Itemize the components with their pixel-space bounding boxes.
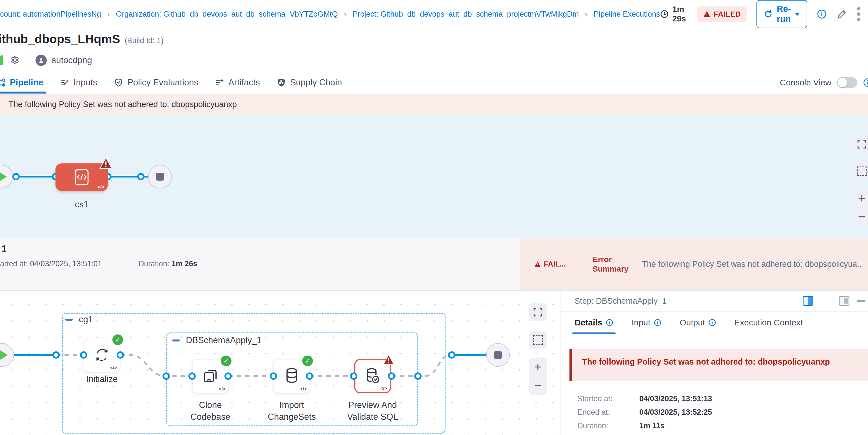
console-view-label: Console View (780, 78, 831, 87)
gear-icon[interactable] (9, 55, 20, 66)
zoom-in-button[interactable]: + (534, 359, 542, 375)
step-node-import-changesets[interactable]: ✓ </> (274, 359, 310, 393)
detail-row-duration: Duration: 1m 11s (577, 422, 665, 430)
tab-pipeline[interactable]: Pipeline (0, 71, 52, 94)
breadcrumb-separator: › (107, 10, 110, 19)
connector-port (350, 372, 358, 380)
step-label-preview-validate-sql: Preview And Validate SQL (339, 399, 406, 423)
connector-port (388, 372, 395, 380)
step-node-initialize[interactable]: ✓ </> (84, 338, 120, 372)
shield-check-icon (114, 78, 123, 87)
step-label-clone-codebase: Clone Codebase (178, 399, 243, 423)
breadcrumb-account[interactable]: count: automationPipelinesNg (0, 10, 101, 19)
policy-warning-text: The following Policy Set was not adhered… (8, 100, 237, 109)
code-icon: </> (380, 386, 387, 391)
marquee-select-button[interactable] (853, 162, 868, 180)
panel-layout-controls (803, 296, 868, 306)
zoom-out-button[interactable]: − (858, 208, 866, 225)
console-info-icon[interactable] (863, 78, 868, 87)
info-icon (708, 319, 716, 327)
breadcrumb-organization[interactable]: Organization: Github_db_devops_aut_db_sc… (116, 10, 338, 19)
info-icon (654, 319, 661, 327)
minimize-panel-button[interactable] (857, 300, 865, 302)
execution-info-button[interactable] (817, 9, 827, 19)
error-summary-text: The following Policy Set was not adhered… (642, 259, 868, 269)
stage-duration: Duration: 1m 26s (138, 259, 197, 268)
step-error-text: The following Policy Set was not adhered… (582, 357, 830, 381)
tab-artifacts[interactable]: Artifacts (207, 71, 269, 94)
edit-pipeline-button[interactable] (836, 9, 847, 20)
tab-label: Input (631, 318, 650, 328)
stage-node-label: cs1 (56, 199, 108, 210)
connector-port (306, 372, 313, 380)
step-node-preview-validate-sql[interactable]: </> (354, 359, 391, 393)
collapse-icon[interactable] (65, 319, 73, 321)
elapsed-value: 1m 29s (672, 5, 687, 23)
more-options-button[interactable] (857, 7, 861, 22)
connector-port (224, 372, 232, 380)
build-id: (Build Id: 1) (124, 36, 163, 45)
tab-label: Inputs (73, 77, 97, 88)
tab-execution-context[interactable]: Execution Context (734, 318, 803, 334)
pipeline-name: ithub_dbops_LHqmS (0, 32, 120, 45)
execution-elapsed-time: 1m 29s (660, 5, 687, 23)
rerun-button[interactable]: Re-run (756, 0, 807, 28)
triggered-by-user[interactable]: autocdpng (51, 55, 92, 65)
tab-policy-evaluations[interactable]: Policy Evaluations (105, 71, 207, 94)
detail-row-ended: Ended at: 04/03/2025, 13:52:25 (577, 408, 712, 417)
play-icon (0, 350, 8, 360)
breadcrumb: count: automationPipelinesNg › Organizat… (0, 10, 660, 19)
zoom-controls: + − (853, 189, 868, 226)
layout-right-view-button[interactable] (803, 296, 813, 306)
code-icon: </> (97, 184, 104, 190)
code-icon: </> (300, 386, 307, 392)
marquee-icon (533, 335, 543, 345)
execution-meta-row: autocdpng (0, 53, 92, 68)
console-view-toggle[interactable] (837, 77, 857, 88)
policy-warning-banner: The following Policy Set was not adhered… (0, 94, 868, 115)
tab-supply-chain[interactable]: Supply Chain (269, 71, 350, 94)
breadcrumb-pipeline-executions[interactable]: Pipeline Executions (594, 10, 660, 19)
step-success-badge: ✓ (221, 355, 231, 366)
stop-icon (156, 173, 164, 181)
info-icon (606, 319, 613, 327)
pipeline-stage-graph: </> cs1 + − (0, 115, 868, 238)
title-block: ithub_dbops_LHqmS(Build Id: 1) autocdpng (0, 28, 868, 71)
tab-label: Output (680, 318, 705, 328)
connector-port (448, 351, 456, 359)
fullscreen-button[interactable] (853, 135, 868, 153)
execution-detail-section: cg1 DBSchemaApply_1 ✓ </> Initialize (0, 291, 868, 435)
step-fullscreen-button[interactable] (529, 303, 547, 321)
detail-value: 04/03/2025, 13:51:13 (639, 395, 712, 403)
stage-failed-badge (99, 157, 112, 169)
connector-port (137, 173, 145, 180)
tab-output[interactable]: Output (680, 318, 716, 334)
stage-info-bar: 1 arted at: 04/03/2025, 13:51:01 Duratio… (0, 238, 868, 291)
tab-inputs[interactable]: Inputs (52, 71, 105, 94)
tab-label: Policy Evaluations (127, 77, 198, 88)
detail-label: Started at: (577, 395, 639, 403)
connector-port (117, 351, 124, 359)
step-node-clone-codebase[interactable]: ✓ </> (192, 359, 229, 393)
step-error-box: The following Policy Set was not adhered… (569, 349, 868, 381)
tab-input[interactable]: Input (631, 318, 661, 334)
detail-value: 04/03/2025, 13:52:25 (639, 408, 712, 417)
clock-icon (660, 9, 669, 19)
rerun-icon (764, 9, 773, 19)
tab-label: Execution Context (734, 318, 803, 328)
zoom-in-button[interactable]: + (858, 190, 866, 207)
stage-node-cs1[interactable]: </> (56, 163, 108, 191)
collapse-icon[interactable] (173, 340, 180, 341)
zoom-out-button[interactable]: − (534, 377, 542, 394)
tab-details[interactable]: Details (575, 318, 613, 334)
layout-floating-view-button[interactable] (839, 296, 849, 306)
step-success-badge: ✓ (302, 355, 313, 366)
stage-times: arted at: 04/03/2025, 13:51:01 Duration:… (0, 259, 197, 268)
breadcrumb-project[interactable]: Project: Github_db_devops_aut_db_schema_… (352, 10, 579, 19)
step-group-cg1-label: cg1 (65, 314, 93, 324)
tab-label: Details (575, 318, 602, 328)
step-marquee-select-button[interactable] (529, 331, 547, 349)
stage-error-section: FAIL... Error Summary The following Poli… (520, 238, 868, 290)
step-success-badge: ✓ (112, 334, 123, 345)
chevron-down-icon (795, 13, 800, 16)
